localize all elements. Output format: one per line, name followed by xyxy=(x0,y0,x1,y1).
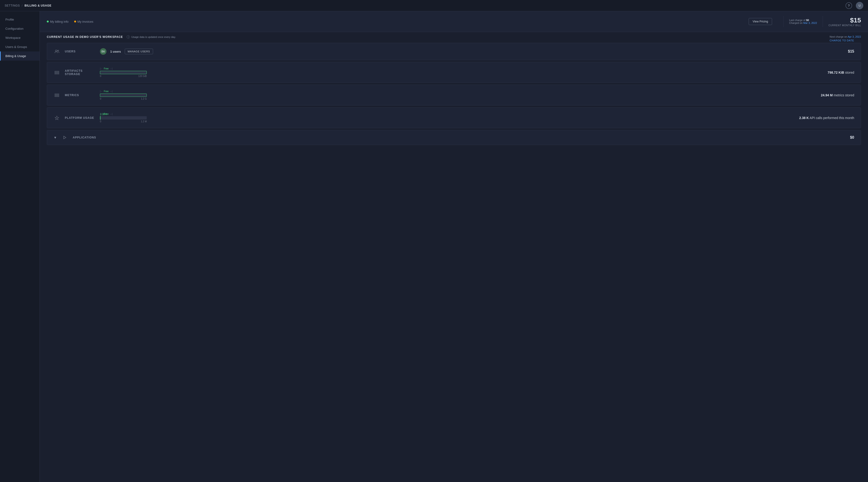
help-icon[interactable]: ? xyxy=(845,2,852,9)
tab-my-invoices[interactable]: My invoices xyxy=(74,20,93,23)
topbar: SETTINGS / Billing & Usage ? U xyxy=(0,0,868,11)
metrics-range-min: 0 xyxy=(100,98,101,100)
platform-range: 0 1.2 M xyxy=(100,120,147,123)
main-content: My billing info My invoices View Pricing… xyxy=(40,11,868,482)
artifacts-card-name: ARTIFACTS STORAGE xyxy=(65,69,95,76)
sidebar: Profile Configuration Workspace Users & … xyxy=(0,11,40,482)
metrics-icon xyxy=(54,93,60,97)
info-icon: i xyxy=(127,35,130,39)
metrics-stored-value: 24.94 M metrics stored xyxy=(821,93,854,97)
artifacts-progress-section: |← Free →| 0 120 GiB xyxy=(100,67,818,77)
svg-rect-5 xyxy=(55,94,59,95)
artifacts-progress-bar xyxy=(100,71,147,74)
next-charge-block: Next charge on Apr 3, 2022 CHARGE TO DAT… xyxy=(830,35,861,42)
last-charge-info: Last charge of $0 Charged on Mar 3, 2022 xyxy=(789,19,817,24)
svg-marker-9 xyxy=(64,136,66,139)
charged-on-date: Mar 3, 2022 xyxy=(803,22,817,24)
applications-card-name: APPLICATIONS xyxy=(73,136,103,139)
charged-on-label: Charged on xyxy=(789,22,803,24)
metrics-progress-bar xyxy=(100,94,147,97)
workspace-name: Demo User's workspace xyxy=(80,35,123,39)
metrics-bar-border xyxy=(100,94,147,97)
applications-expand-icon[interactable]: ▼ xyxy=(54,136,57,139)
metrics-card: METRICS |← Free →| 0 1.2 xyxy=(47,85,861,105)
svg-marker-8 xyxy=(55,116,59,120)
applications-card-inner: ▼ APPLICATIONS $0 xyxy=(54,135,854,140)
artifacts-storage-card: ARTIFACTS STORAGE |← Free →| 0 xyxy=(47,62,861,83)
invoices-dot xyxy=(74,21,76,23)
applications-icon xyxy=(62,136,68,139)
platform-progress-section: |← Free →| 2.38 K 0 xyxy=(100,113,790,123)
charge-to-date-button[interactable]: CHARGE TO DATE xyxy=(830,39,854,42)
metrics-range-max: 1.2 G xyxy=(141,98,147,100)
billing-tabs: My billing info My invoices xyxy=(47,20,93,23)
last-charge-amount: $0 xyxy=(806,19,809,22)
billing-header-right: View Pricing Last charge of $0 Charged o… xyxy=(749,16,861,27)
sidebar-item-configuration[interactable]: Configuration xyxy=(0,24,39,33)
avatar[interactable]: U xyxy=(856,2,863,9)
svg-rect-6 xyxy=(55,95,59,96)
metrics-progress-section: |← Free →| 0 1.2 G xyxy=(100,90,812,100)
next-charge-date: Apr 3, 2022 xyxy=(848,35,861,38)
billing-tab-label: My billing info xyxy=(50,20,68,23)
view-pricing-button[interactable]: View Pricing xyxy=(749,18,772,25)
topbar-right: ? U xyxy=(845,2,863,9)
sidebar-item-billing-usage[interactable]: Billing & Usage xyxy=(0,52,39,61)
user-avatar: DU xyxy=(100,48,106,55)
users-card: USERS DU 1 users MANAGE USERS $15 xyxy=(47,43,861,60)
usage-title: CURRENT USAGE IN Demo User's workspace xyxy=(47,35,123,39)
breadcrumb-separator: / xyxy=(22,4,23,7)
artifacts-free-label: Free xyxy=(104,67,109,70)
main-layout: Profile Configuration Workspace Users & … xyxy=(0,11,868,482)
billing-divider-2 xyxy=(823,16,823,27)
platform-value: 2.38 K API calls performed this month xyxy=(799,116,854,120)
usage-cards: USERS DU 1 users MANAGE USERS $15 xyxy=(40,43,868,154)
artifacts-stored-value: 798.72 KiB stored xyxy=(828,71,854,74)
users-card-inner: USERS DU 1 users MANAGE USERS $15 xyxy=(54,48,854,55)
metrics-free-label: Free xyxy=(104,90,109,93)
sidebar-item-users-groups[interactable]: Users & Groups xyxy=(0,42,39,52)
user-count: 1 users xyxy=(110,50,121,53)
svg-rect-4 xyxy=(55,73,59,74)
artifacts-range-max: 120 GiB xyxy=(138,75,147,77)
platform-range-min: 0 xyxy=(100,120,101,123)
current-page-label: Billing & Usage xyxy=(25,4,52,7)
sidebar-item-profile[interactable]: Profile xyxy=(0,15,39,24)
last-charge-label: Last charge of xyxy=(789,19,806,22)
svg-rect-2 xyxy=(55,71,59,72)
users-row: DU 1 users MANAGE USERS xyxy=(100,48,843,55)
usage-title-row: CURRENT USAGE IN Demo User's workspace i… xyxy=(47,35,176,39)
usage-header-row: CURRENT USAGE IN Demo User's workspace i… xyxy=(40,32,868,43)
artifacts-icon xyxy=(54,71,60,74)
next-charge-info: Next charge on Apr 3, 2022 xyxy=(830,35,861,38)
svg-rect-3 xyxy=(55,72,59,73)
users-card-name: USERS xyxy=(65,50,95,53)
platform-usage-inner: PLATFORM USAGE |← Free →| 2.38 K xyxy=(54,113,854,123)
svg-point-1 xyxy=(58,50,59,52)
metrics-card-inner: METRICS |← Free →| 0 1.2 xyxy=(54,90,854,100)
platform-progress-wrapper: 2.38 K xyxy=(100,116,147,120)
platform-marker xyxy=(100,116,101,120)
platform-marker-label: 2.38 K xyxy=(100,113,107,116)
current-bill: $15 CURRENT MONTHLY BILL xyxy=(829,17,861,27)
applications-price: $0 xyxy=(850,135,854,140)
usage-title-block: CURRENT USAGE IN Demo User's workspace i… xyxy=(47,35,176,39)
sidebar-item-workspace[interactable]: Workspace xyxy=(0,33,39,42)
artifacts-range: 0 120 GiB xyxy=(100,75,147,77)
manage-users-button[interactable]: MANAGE USERS xyxy=(125,49,153,54)
usage-info-text: Usage data is updated once every day. xyxy=(131,36,176,38)
metrics-card-name: METRICS xyxy=(65,94,95,97)
settings-link[interactable]: SETTINGS xyxy=(5,4,20,7)
current-bill-label: CURRENT MONTHLY BILL xyxy=(829,24,861,27)
applications-card: ▼ APPLICATIONS $0 xyxy=(47,130,861,145)
tab-billing-info[interactable]: My billing info xyxy=(47,20,68,23)
invoices-tab-label: My invoices xyxy=(78,20,93,23)
billing-dot xyxy=(47,21,49,23)
svg-rect-7 xyxy=(55,96,59,97)
usage-info: i Usage data is updated once every day. xyxy=(127,35,176,39)
artifacts-range-min: 0 xyxy=(100,75,101,77)
artifacts-bar-border xyxy=(100,71,147,74)
platform-progress-bar xyxy=(100,116,147,120)
artifacts-storage-inner: ARTIFACTS STORAGE |← Free →| 0 xyxy=(54,67,854,77)
metrics-range: 0 1.2 G xyxy=(100,98,147,100)
